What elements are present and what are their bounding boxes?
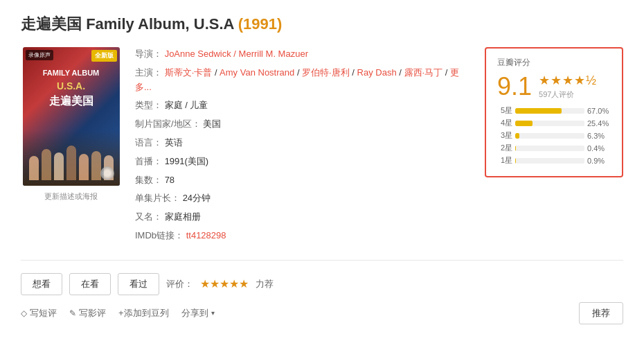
director-link[interactable]: JoAnne Sedwick / Merrill M. Mazuer: [165, 49, 308, 59]
bar-row: 5星67.0%: [497, 105, 611, 116]
edit-icon: ✎: [69, 308, 76, 318]
bar-label: 5星: [497, 105, 512, 116]
genre-value: 家庭 / 儿童: [165, 100, 208, 110]
bar-pct: 0.4%: [587, 144, 611, 152]
bar-row: 2星0.4%: [497, 143, 611, 153]
imdb-link[interactable]: tt4128298: [186, 230, 226, 240]
bar-pct: 67.0%: [587, 107, 611, 115]
poster-cd-icon: [100, 166, 114, 180]
episodes-label: 集数：: [135, 175, 162, 185]
bar-fill: [515, 158, 516, 164]
watched-button[interactable]: 看过: [118, 273, 159, 295]
duration-label: 单集片长：: [135, 193, 180, 203]
poster-title-en: FAMILY ALBUM: [26, 68, 116, 78]
imdb-label: IMDb链接：: [135, 230, 184, 240]
new-badge: 全新版: [91, 50, 117, 62]
page-title: 走遍美国 Family Album, U.S.A (1991): [21, 14, 623, 35]
rating-score-row: 9.1 ★★★★½ 597人评价: [497, 73, 611, 100]
record-badge: 录像原声: [26, 50, 53, 60]
title-cn: 走遍美国: [21, 15, 82, 33]
cast-link-0[interactable]: 斯蒂文·卡普: [165, 67, 213, 78]
bottom-row: ◇ 写短评 ✎ 写影评 +添加到豆列 分享到 ▾ 推荐: [21, 302, 623, 324]
rating-panel: 豆瓣评分 9.1 ★★★★½ 597人评价 5星67.0%4星25.4%3星6.…: [485, 47, 623, 177]
poster-title-area: FAMILY ALBUM U.S.A. 走遍美国: [23, 68, 120, 109]
user-stars[interactable]: ★★★★★: [200, 277, 249, 290]
alias-label: 又名：: [135, 211, 162, 222]
alias-row: 又名： 家庭相册: [135, 210, 471, 225]
bar-track: [515, 133, 584, 139]
action-row: 想看 在看 看过 评价： ★★★★★ 力荐: [21, 273, 623, 295]
language-row: 语言： 英语: [135, 136, 471, 150]
bar-pct: 0.9%: [587, 157, 611, 165]
share-link[interactable]: 分享到 ▾: [181, 307, 215, 320]
bar-fill: [515, 133, 519, 139]
long-review-link[interactable]: ✎ 写影评: [69, 307, 106, 320]
rating-bars: 5星67.0%4星25.4%3星6.3%2星0.4%1星0.9%: [497, 105, 611, 166]
country-row: 制片国家/地区： 美国: [135, 117, 471, 132]
director-row: 导演： JoAnne Sedwick / Merrill M. Mazuer: [135, 47, 471, 62]
duration-value: 24分钟: [183, 193, 211, 203]
cast-link-3[interactable]: Ray Dash: [357, 67, 397, 78]
premiere-label: 首播：: [135, 156, 162, 166]
poster-image: 录像原声 全新版 FAMILY ALBUM U.S.A. 走遍美国: [23, 47, 120, 186]
rating-prompt: 评价：: [166, 278, 193, 290]
bar-pct: 6.3%: [587, 132, 611, 140]
chevron-down-icon: ▾: [211, 309, 215, 317]
recommend-button[interactable]: 推荐: [579, 302, 623, 324]
rating-score: 9.1: [497, 74, 532, 99]
genre-label: 类型：: [135, 100, 162, 110]
want-to-watch-button[interactable]: 想看: [21, 273, 62, 295]
poster-usa-title: U.S.A.: [26, 80, 116, 91]
stars-column: ★★★★½ 597人评价: [539, 73, 597, 100]
bar-track: [515, 158, 584, 164]
cast-link-1[interactable]: Amy Van Nostrand: [220, 67, 294, 78]
watching-button[interactable]: 在看: [69, 273, 111, 295]
add-to-list-link[interactable]: +添加到豆列: [118, 307, 169, 320]
bar-label: 4星: [497, 118, 512, 128]
info-column: 导演： JoAnne Sedwick / Merrill M. Mazuer 主…: [135, 47, 471, 247]
duration-row: 单集片长： 24分钟: [135, 191, 471, 206]
premiere-value: 1991(美国): [165, 156, 209, 166]
poster-column: 录像原声 全新版 FAMILY ALBUM U.S.A. 走遍美国: [21, 47, 121, 202]
rating-stars: ★★★★½: [539, 73, 597, 88]
update-link[interactable]: 更新描述或海报: [44, 191, 98, 202]
content-row: 录像原声 全新版 FAMILY ALBUM U.S.A. 走遍美国: [21, 47, 623, 247]
title-en: Family Album, U.S.A: [86, 15, 234, 33]
bar-label: 1星: [497, 155, 512, 166]
country-label: 制片国家/地区：: [135, 119, 201, 129]
cast-link-2[interactable]: 罗伯特·唐利: [302, 67, 350, 78]
rating-count: 597人评价: [539, 89, 597, 100]
poster-title-cn: 走遍美国: [26, 94, 116, 109]
bar-track: [515, 121, 584, 126]
language-label: 语言：: [135, 137, 162, 148]
rating-label: 豆瓣评分: [497, 57, 611, 69]
bar-row: 1星0.9%: [497, 155, 611, 166]
bar-label: 3星: [497, 130, 512, 141]
cast-row: 主演： 斯蒂文·卡普 / Amy Van Nostrand / 罗伯特·唐利 /…: [135, 66, 471, 95]
bar-track: [515, 146, 584, 151]
imdb-row: IMDb链接： tt4128298: [135, 229, 471, 243]
main-container: 走遍美国 Family Album, U.S.A (1991) 录像原声 全新版…: [0, 0, 644, 338]
cast-link-4[interactable]: 露西·马丁: [404, 67, 443, 78]
short-review-link[interactable]: ◇ 写短评: [21, 307, 57, 320]
bar-label: 2星: [497, 143, 512, 153]
comment-icon: ◇: [21, 308, 27, 318]
premiere-row: 首播： 1991(美国): [135, 155, 471, 169]
recommend-text: 力荐: [256, 278, 274, 290]
director-label: 导演：: [135, 49, 162, 59]
bar-row: 4星25.4%: [497, 118, 611, 128]
title-year: (1991): [238, 15, 283, 33]
episodes-row: 集数： 78: [135, 173, 471, 188]
genre-row: 类型： 家庭 / 儿童: [135, 98, 471, 113]
bar-track: [515, 108, 584, 114]
language-value: 英语: [165, 137, 183, 148]
bar-fill: [515, 121, 533, 126]
bar-fill: [515, 108, 562, 114]
episodes-value: 78: [165, 175, 175, 185]
country-value: 美国: [203, 119, 221, 129]
alias-value: 家庭相册: [165, 211, 201, 222]
bar-row: 3星6.3%: [497, 130, 611, 141]
bar-pct: 25.4%: [587, 119, 611, 128]
cast-label: 主演：: [135, 67, 162, 78]
divider: [21, 260, 623, 261]
